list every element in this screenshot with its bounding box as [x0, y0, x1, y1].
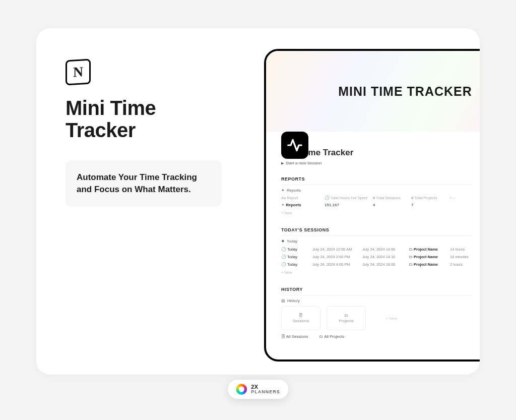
session-label: Today — [287, 262, 297, 267]
clock-icon: 🕑 — [325, 196, 330, 200]
app-banner-title: MINI TIME TRACKER — [338, 84, 472, 99]
session-row[interactable]: 🕑 Today July 24, 2024 12:00 AM July 24, … — [281, 246, 471, 253]
reports-section: REPORTS ✦ Reports Aa Report 🕑 Total Hour… — [281, 173, 471, 215]
history-section: HISTORY ▤ History 🗄 Sessions 🗀 — [281, 284, 471, 339]
clock-icon: 🕑 — [281, 262, 286, 267]
hero-title: Mini Time Tracker — [66, 97, 222, 141]
report-projects: 7 — [411, 203, 446, 207]
reports-add-new[interactable]: + New — [281, 211, 471, 215]
col-hours: Total Hours I've Spent — [331, 196, 367, 200]
app-preview-device: MINI TIME TRACKER Mini Time Tracker ▶ St… — [264, 49, 480, 362]
app-body: Mini Time Tracker ▶ Start a new Session … — [266, 148, 480, 348]
activity-icon — [287, 137, 303, 153]
hash-icon: # — [373, 196, 375, 200]
col-sessions: Total Sessions — [376, 196, 400, 200]
history-tile-add[interactable]: + New — [372, 306, 411, 330]
session-start: July 24, 2024 12:00 AM — [312, 247, 360, 252]
history-heading: HISTORY — [281, 284, 471, 295]
history-tile-sessions[interactable]: 🗄 Sessions — [281, 306, 320, 330]
reports-tab-label: Reports — [287, 188, 301, 193]
session-start: July 24, 2024 4:00 PM — [312, 262, 360, 267]
brand-bottom: PLANNERS — [251, 390, 280, 394]
promo-card: N Mini Time Tracker Automate Your Time T… — [36, 28, 480, 375]
folder-icon: 🗀 — [409, 255, 413, 259]
app-banner: MINI TIME TRACKER — [266, 51, 480, 132]
link-label: All Projects — [324, 334, 344, 339]
folder-icon: 🗀 — [409, 247, 413, 252]
session-row[interactable]: 🕑 Today July 24, 2024 4:00 PM July 24, 2… — [281, 261, 471, 268]
session-start: July 24, 2024 2:00 PM — [312, 255, 360, 259]
session-label: Today — [287, 255, 297, 259]
report-name: Reports — [286, 203, 301, 207]
today-section: TODAY'S SESSIONS ✸ Today 🕑 Today July 24… — [281, 224, 471, 275]
sparkle-icon: ✦ — [281, 203, 285, 207]
folder-icon: 🗀 — [409, 262, 413, 267]
archive-icon: 🗄 — [299, 313, 303, 318]
reports-tab[interactable]: ✦ Reports — [281, 188, 471, 193]
all-projects-link[interactable]: 🗀 All Projects — [319, 334, 344, 339]
brand-text: 2X PLANNERS — [251, 384, 280, 394]
clock-icon: 🕑 — [281, 255, 286, 259]
brand-ring-icon — [236, 384, 247, 395]
session-project: Project Name — [414, 255, 438, 259]
star-icon: ✸ — [281, 239, 285, 244]
report-hours: 151.167 — [325, 203, 370, 207]
history-tile-projects[interactable]: 🗀 Projects — [327, 306, 366, 330]
link-label: All Sessions — [286, 334, 308, 339]
today-add-new[interactable]: + New — [281, 270, 471, 275]
folder-icon: 🗀 — [319, 334, 323, 339]
today-tab-label: Today — [287, 239, 297, 244]
start-session-button[interactable]: ▶ Start a new Session — [281, 161, 480, 165]
archive-icon: 🗄 — [281, 334, 285, 339]
main-column: REPORTS ✦ Reports Aa Report 🕑 Total Hour… — [281, 173, 471, 348]
today-tab[interactable]: ✸ Today — [281, 239, 471, 244]
hero-subtitle-box: Automate Your Time Tracking and Focus on… — [66, 160, 222, 207]
report-sessions: 4 — [373, 203, 408, 207]
reports-row[interactable]: ✦ Reports 151.167 4 7 — [281, 201, 471, 209]
session-label: Today — [287, 247, 297, 252]
history-tab[interactable]: ▤ History — [281, 298, 471, 303]
session-end: July 24, 2024 14:00 — [362, 247, 407, 252]
col-more[interactable]: + ··· — [449, 196, 465, 200]
session-duration: 2 hours — [450, 262, 471, 267]
start-session-label: Start a new Session — [286, 161, 321, 165]
col-name: Aa Report — [281, 196, 321, 200]
tile-label: Projects — [339, 319, 354, 323]
hash-icon: # — [411, 196, 413, 200]
tile-label: Sessions — [293, 319, 309, 323]
session-end: July 24, 2024 18:00 — [362, 262, 407, 267]
col-projects: Total Projects — [414, 196, 437, 200]
session-duration: 10 minutes — [450, 255, 471, 259]
reports-columns: Aa Report 🕑 Total Hours I've Spent # Tot… — [281, 195, 471, 201]
sparkle-icon: ✦ — [281, 188, 285, 193]
session-project: Project Name — [414, 247, 438, 252]
session-end: July 24, 2024 14:10 — [362, 255, 407, 259]
clock-icon: 🕑 — [281, 247, 286, 252]
brand-badge[interactable]: 2X PLANNERS — [228, 380, 288, 399]
play-icon: ▶ — [281, 161, 284, 165]
all-sessions-link[interactable]: 🗄 All Sessions — [281, 334, 308, 339]
session-duration: 14 hours — [450, 247, 471, 252]
layers-icon: ▤ — [281, 298, 285, 303]
add-label: + New — [386, 316, 398, 321]
notion-logo-icon: N — [66, 59, 91, 86]
app-icon — [281, 132, 308, 159]
notion-letter: N — [73, 64, 83, 80]
hero-left: N Mini Time Tracker Automate Your Time T… — [66, 59, 222, 207]
folder-icon: 🗀 — [344, 313, 348, 318]
history-tab-label: History — [287, 298, 300, 303]
reports-heading: REPORTS — [281, 173, 471, 185]
app-title: Mini Time Tracker — [281, 148, 480, 158]
hero-subtitle: Automate Your Time Tracking and Focus on… — [77, 171, 211, 196]
session-project: Project Name — [414, 262, 438, 267]
session-row[interactable]: 🕑 Today July 24, 2024 2:00 PM July 24, 2… — [281, 253, 471, 261]
today-heading: TODAY'S SESSIONS — [281, 224, 471, 236]
